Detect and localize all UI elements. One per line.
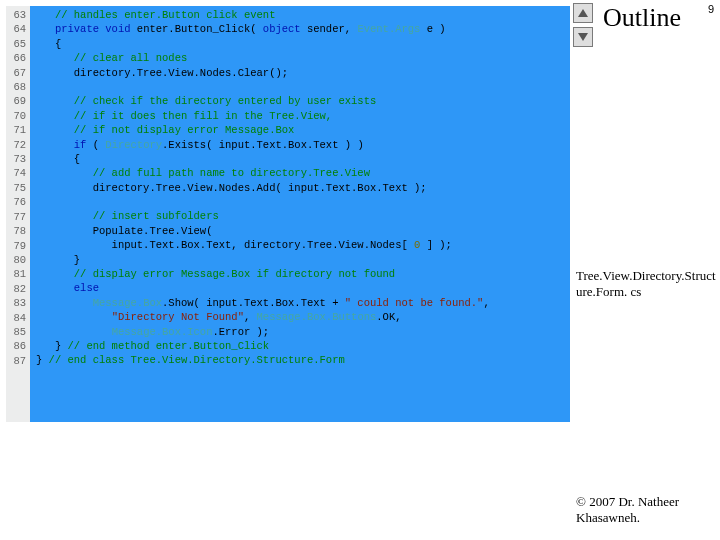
code-line: Message.Box.Show( input.Text.Box.Text + … [36,296,570,310]
line-number: 68 [6,80,30,94]
code-line [36,80,570,94]
sidebar: 9 Outline [573,3,718,47]
line-number: 87 [6,354,30,368]
code-line: input.Text.Box.Text, directory.Tree.View… [36,238,570,252]
code-line: } // end method enter.Button_Click [36,339,570,353]
code-line: // insert subfolders [36,209,570,223]
line-number: 85 [6,325,30,339]
line-number-gutter: 6364656667686970717273747576777879808182… [6,6,30,422]
line-number: 67 [6,66,30,80]
line-number: 76 [6,195,30,209]
code-line: // clear all nodes [36,51,570,65]
code-line: private void enter.Button_Click( object … [36,22,570,36]
line-number: 81 [6,267,30,281]
slide-number: 9 [708,3,714,15]
code-body: // handles enter.Button click event priv… [30,6,570,422]
code-line: // add full path name to directory.Tree.… [36,166,570,180]
code-line: Populate.Tree.View( [36,224,570,238]
code-line: { [36,152,570,166]
line-number: 83 [6,296,30,310]
line-number: 63 [6,8,30,22]
arrow-down-icon [578,33,588,41]
line-number: 84 [6,311,30,325]
footer-copyright: © 2007 Dr. Natheer Khasawneh. [576,494,716,526]
line-number: 75 [6,181,30,195]
outline-next-button[interactable] [573,27,593,47]
line-number: 64 [6,22,30,36]
line-number: 66 [6,51,30,65]
line-number: 71 [6,123,30,137]
outline-prev-button[interactable] [573,3,593,23]
line-number: 82 [6,282,30,296]
outline-title: Outline [603,3,681,33]
line-number: 86 [6,339,30,353]
arrow-up-icon [578,9,588,17]
code-line: // display error Message.Box if director… [36,267,570,281]
code-line: { [36,37,570,51]
line-number: 79 [6,239,30,253]
line-number: 80 [6,253,30,267]
code-line: "Directory Not Found", Message.Box.Butto… [36,310,570,324]
file-name-label: Tree.View.Directory.Structure.Form. cs [576,268,716,300]
code-line: // if it does then fill in the Tree.View… [36,109,570,123]
code-line: directory.Tree.View.Nodes.Add( input.Tex… [36,181,570,195]
code-line: if ( Directory.Exists( input.Text.Box.Te… [36,138,570,152]
line-number: 74 [6,166,30,180]
code-panel: 6364656667686970717273747576777879808182… [6,6,570,422]
line-number: 72 [6,138,30,152]
code-line [36,195,570,209]
code-line: } // end class Tree.View.Directory.Struc… [36,353,570,367]
line-number: 77 [6,210,30,224]
line-number: 70 [6,109,30,123]
line-number: 65 [6,37,30,51]
code-line: Message.Box.Icon.Error ); [36,325,570,339]
code-line: // handles enter.Button click event [36,8,570,22]
line-number: 73 [6,152,30,166]
code-line: directory.Tree.View.Nodes.Clear(); [36,66,570,80]
code-line: else [36,281,570,295]
code-line: } [36,253,570,267]
line-number: 69 [6,94,30,108]
code-line: // if not display error Message.Box [36,123,570,137]
code-line: // check if the directory entered by use… [36,94,570,108]
line-number: 78 [6,224,30,238]
